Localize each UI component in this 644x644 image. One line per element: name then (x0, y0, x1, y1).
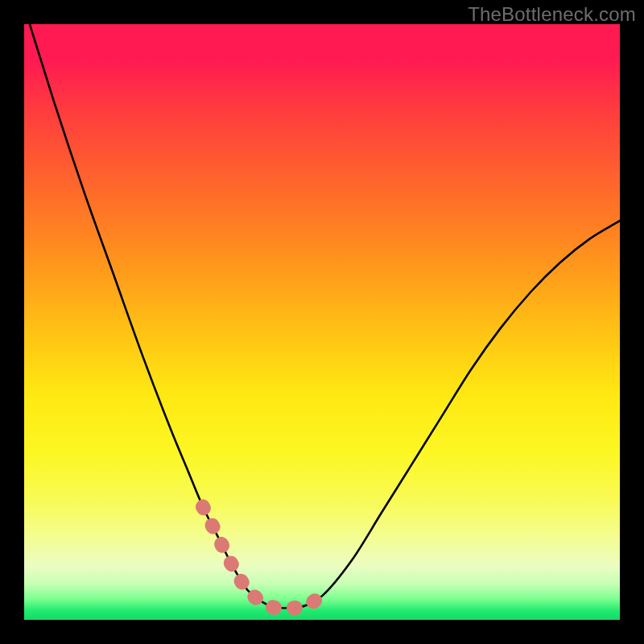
watermark-text: TheBottleneck.com (468, 3, 636, 26)
bottleneck-curve (24, 24, 620, 608)
plot-area (24, 24, 620, 620)
chart-frame: TheBottleneck.com (0, 0, 644, 644)
optimal-zone-markers (203, 506, 322, 608)
curve-layer (24, 24, 620, 620)
